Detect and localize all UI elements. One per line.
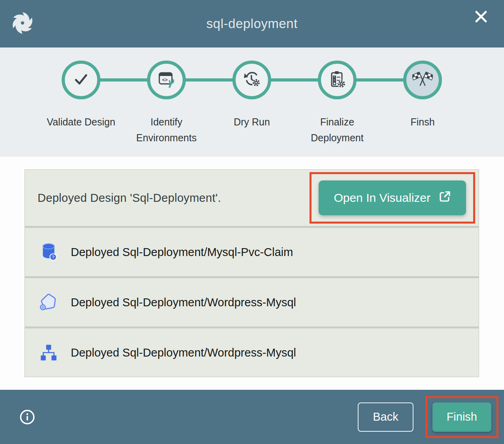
clipboard-gear-icon xyxy=(328,70,347,90)
annotation-box-open-in-visualizer: Open In Visualizer xyxy=(310,172,475,224)
finish-button[interactable]: Finish xyxy=(432,402,491,432)
step-validate-design: Validate Design xyxy=(38,61,124,146)
check-icon xyxy=(72,70,91,90)
refresh-gear-icon xyxy=(242,70,261,90)
dialog-footer: Back Finish xyxy=(0,390,504,444)
checkered-flags-icon xyxy=(412,69,433,91)
step-label: Dry Run xyxy=(210,114,293,130)
design-result-row: Deployed Design 'Sql-Deployment'. Open I… xyxy=(25,170,479,226)
result-message: Deployed Sql-Deployment/Wordpress-Mysql xyxy=(71,346,296,359)
step-identify-environments: <> Identify Environments xyxy=(124,61,209,146)
deployment-wizard-dialog: sql-deployment xyxy=(0,0,504,444)
step-dry-run: Dry Run xyxy=(209,61,294,146)
step-label: Validate Design xyxy=(40,114,123,130)
database-icon: ? xyxy=(38,242,59,262)
step-circle xyxy=(318,61,357,99)
results-area: Deployed Design 'Sql-Deployment'. Open I… xyxy=(0,157,504,377)
wizard-stepper: Validate Design <> xyxy=(0,47,504,157)
close-icon[interactable] xyxy=(472,8,490,25)
pentagon-icon xyxy=(38,292,59,312)
step-label: Finsh xyxy=(381,114,464,130)
meshery-swirl-logo-icon xyxy=(11,11,34,36)
tree-icon xyxy=(38,343,59,362)
result-message: Deployed Sql-Deployment/Wordpress-Mysql xyxy=(71,296,296,309)
step-circle: <> xyxy=(147,61,186,99)
open-in-visualizer-label: Open In Visualizer xyxy=(334,191,430,205)
svg-text:<>: <> xyxy=(162,77,168,83)
result-row-wordpress-mysql-2: Deployed Sql-Deployment/Wordpress-Mysql xyxy=(25,328,479,377)
external-link-icon xyxy=(438,190,451,206)
code-window-wrench-icon: <> xyxy=(157,70,176,90)
result-row-pvc-claim: ? Deployed Sql-Deployment/Mysql-Pvc-Clai… xyxy=(25,228,479,276)
deployment-results-list: Deployed Design 'Sql-Deployment'. Open I… xyxy=(25,169,479,377)
design-result-message: Deployed Design 'Sql-Deployment'. xyxy=(38,192,221,205)
step-label: Identify Environments xyxy=(125,114,208,146)
result-message: Deployed Sql-Deployment/Mysql-Pvc-Claim xyxy=(71,246,293,259)
step-circle xyxy=(232,61,271,99)
svg-text:?: ? xyxy=(52,255,54,260)
result-row-wordpress-mysql-1: Deployed Sql-Deployment/Wordpress-Mysql xyxy=(25,278,479,326)
dialog-title: sql-deployment xyxy=(0,16,504,31)
step-finish: Finsh xyxy=(380,61,465,146)
step-circle xyxy=(62,61,100,99)
step-label: Finalize Deployment xyxy=(296,114,379,146)
annotation-box-finish: Finish xyxy=(425,396,498,438)
info-icon[interactable] xyxy=(19,409,36,425)
dialog-header: sql-deployment xyxy=(0,0,504,47)
step-finalize-deployment: Finalize Deployment xyxy=(294,61,380,146)
step-circle xyxy=(403,61,442,99)
back-button[interactable]: Back xyxy=(358,402,413,432)
open-in-visualizer-button[interactable]: Open In Visualizer xyxy=(319,180,466,215)
